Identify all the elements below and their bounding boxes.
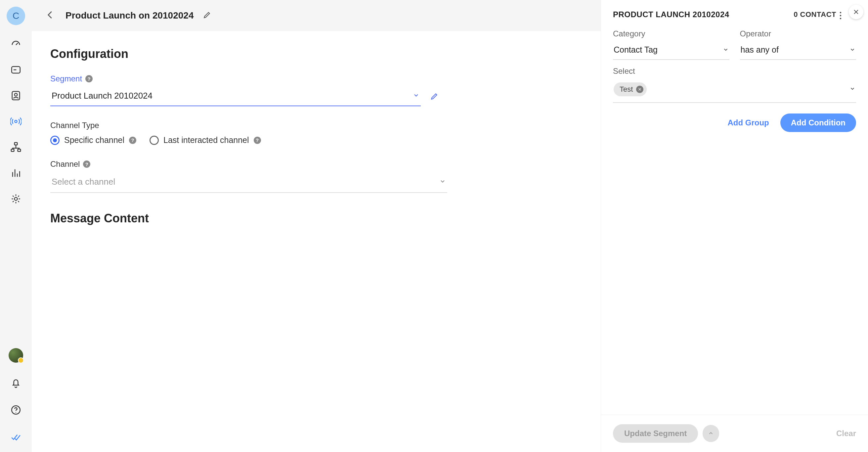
panel-more-button[interactable] bbox=[836, 10, 845, 21]
contact-count: 0 CONTACT bbox=[794, 10, 836, 19]
segment-help-icon[interactable]: ? bbox=[85, 75, 93, 82]
chevron-down-icon bbox=[439, 177, 446, 187]
segment-panel: PRODUCT LAUNCH 20102024 0 CONTACT Catego… bbox=[601, 0, 868, 452]
category-label: Category bbox=[613, 29, 730, 38]
clear-button[interactable]: Clear bbox=[836, 429, 856, 438]
workflows-icon[interactable] bbox=[9, 140, 23, 154]
tag-select[interactable]: Test bbox=[613, 81, 856, 103]
svg-point-3 bbox=[14, 120, 17, 122]
svg-point-11 bbox=[840, 15, 841, 17]
channel-help-icon[interactable]: ? bbox=[83, 160, 90, 168]
svg-point-12 bbox=[840, 18, 841, 20]
radio-checked-icon bbox=[50, 135, 60, 145]
sidebar: C bbox=[0, 0, 32, 452]
svg-point-10 bbox=[840, 12, 841, 13]
operator-label: Operator bbox=[740, 29, 857, 38]
edit-title-button[interactable] bbox=[203, 10, 211, 21]
content-area: Configuration Segment ? Product Launch 2… bbox=[32, 31, 601, 452]
segment-label: Segment ? bbox=[50, 74, 582, 83]
message-content-heading: Message Content bbox=[50, 211, 582, 225]
settings-icon[interactable] bbox=[9, 192, 23, 206]
chevron-down-icon bbox=[413, 91, 420, 101]
user-avatar[interactable] bbox=[9, 348, 23, 363]
svg-rect-6 bbox=[18, 149, 21, 152]
category-select[interactable]: Contact Tag bbox=[613, 42, 730, 60]
radio-last-channel[interactable]: Last interacted channel ? bbox=[150, 135, 261, 145]
help-icon[interactable] bbox=[9, 403, 23, 417]
tag-chip-label: Test bbox=[620, 85, 633, 94]
radio-specific-channel[interactable]: Specific channel ? bbox=[50, 135, 136, 145]
tag-chip: Test bbox=[614, 82, 647, 96]
svg-point-2 bbox=[14, 93, 18, 96]
notifications-icon[interactable] bbox=[9, 376, 23, 390]
dashboard-icon[interactable] bbox=[9, 37, 23, 51]
page-title: Product Launch on 20102024 bbox=[65, 10, 193, 21]
back-button[interactable] bbox=[45, 9, 56, 22]
add-condition-button[interactable]: Add Condition bbox=[780, 114, 856, 132]
topbar: Product Launch on 20102024 bbox=[32, 0, 601, 31]
operator-value: has any of bbox=[741, 45, 779, 55]
chevron-down-icon bbox=[849, 45, 856, 55]
channel-type-radio-group: Specific channel ? Last interacted chann… bbox=[50, 135, 582, 145]
svg-rect-5 bbox=[11, 149, 14, 152]
org-avatar[interactable]: C bbox=[7, 7, 25, 25]
segment-select-value: Product Launch 20102024 bbox=[52, 91, 153, 101]
contacts-icon[interactable] bbox=[9, 89, 23, 102]
segment-select[interactable]: Product Launch 20102024 bbox=[50, 87, 421, 106]
main-column: Product Launch on 20102024 Configuration… bbox=[32, 0, 601, 452]
update-segment-button[interactable]: Update Segment bbox=[613, 424, 698, 443]
radio-unchecked-icon bbox=[150, 135, 159, 145]
category-value: Contact Tag bbox=[614, 45, 658, 55]
broadcast-icon[interactable] bbox=[9, 115, 23, 128]
channel-label: Channel ? bbox=[50, 159, 582, 169]
close-panel-button[interactable] bbox=[849, 5, 863, 19]
panel-title: PRODUCT LAUNCH 20102024 bbox=[613, 10, 730, 19]
chevron-down-icon bbox=[723, 45, 729, 55]
sidebar-bottom bbox=[9, 348, 23, 444]
channel-select-placeholder: Select a channel bbox=[52, 177, 115, 187]
svg-point-9 bbox=[16, 412, 16, 413]
checkmarks-icon[interactable] bbox=[9, 430, 23, 444]
inbox-icon[interactable] bbox=[9, 63, 23, 77]
svg-rect-4 bbox=[14, 143, 18, 145]
update-segment-more-button[interactable] bbox=[703, 425, 719, 442]
reports-icon[interactable] bbox=[9, 166, 23, 180]
panel-footer: Update Segment Clear bbox=[601, 415, 868, 452]
svg-rect-1 bbox=[12, 91, 20, 100]
operator-select[interactable]: has any of bbox=[740, 42, 857, 60]
chevron-down-icon bbox=[849, 86, 856, 93]
edit-segment-button[interactable] bbox=[430, 92, 439, 102]
add-group-button[interactable]: Add Group bbox=[724, 114, 772, 132]
select-label: Select bbox=[613, 66, 856, 76]
specific-help-icon[interactable]: ? bbox=[129, 137, 136, 144]
last-help-icon[interactable]: ? bbox=[254, 137, 261, 144]
panel-header: PRODUCT LAUNCH 20102024 0 CONTACT bbox=[601, 0, 868, 29]
remove-tag-button[interactable] bbox=[636, 86, 643, 93]
panel-body: Category Contact Tag Operator has any of… bbox=[601, 29, 868, 415]
svg-point-7 bbox=[14, 197, 17, 200]
channel-select[interactable]: Select a channel bbox=[50, 173, 447, 193]
tag-list: Test bbox=[614, 82, 647, 96]
channel-type-label: Channel Type bbox=[50, 121, 582, 130]
configuration-heading: Configuration bbox=[50, 47, 582, 61]
